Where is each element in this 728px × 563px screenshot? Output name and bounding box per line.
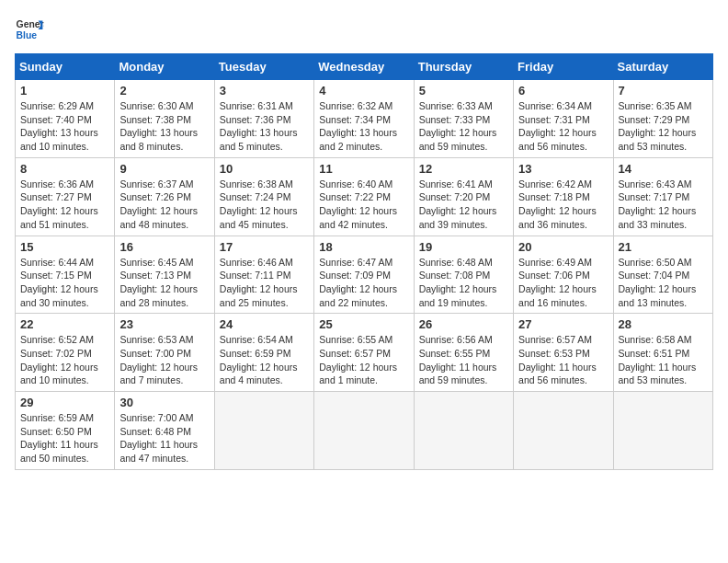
calendar-cell: 24Sunrise: 6:54 AM Sunset: 6:59 PM Dayli… bbox=[214, 314, 313, 392]
day-number: 18 bbox=[319, 240, 408, 254]
calendar-week-row: 29Sunrise: 6:59 AM Sunset: 6:50 PM Dayli… bbox=[16, 392, 713, 470]
calendar-cell: 4Sunrise: 6:32 AM Sunset: 7:34 PM Daylig… bbox=[314, 80, 414, 158]
calendar-cell bbox=[214, 392, 313, 470]
day-info: Sunrise: 6:29 AM Sunset: 7:40 PM Dayligh… bbox=[20, 99, 109, 154]
day-info: Sunrise: 6:41 AM Sunset: 7:20 PM Dayligh… bbox=[419, 178, 508, 232]
day-info: Sunrise: 6:44 AM Sunset: 7:15 PM Dayligh… bbox=[20, 256, 109, 310]
weekday-header-sunday: Sunday bbox=[16, 54, 115, 80]
calendar-cell: 27Sunrise: 6:57 AM Sunset: 6:53 PM Dayli… bbox=[514, 314, 613, 392]
day-info: Sunrise: 6:32 AM Sunset: 7:34 PM Dayligh… bbox=[319, 99, 408, 154]
calendar-week-row: 1Sunrise: 6:29 AM Sunset: 7:40 PM Daylig… bbox=[16, 80, 713, 158]
weekday-header-tuesday: Tuesday bbox=[214, 54, 313, 80]
day-number: 2 bbox=[119, 84, 209, 98]
day-number: 9 bbox=[119, 162, 209, 176]
calendar-week-row: 8Sunrise: 6:36 AM Sunset: 7:27 PM Daylig… bbox=[16, 157, 713, 236]
calendar-cell: 5Sunrise: 6:33 AM Sunset: 7:33 PM Daylig… bbox=[414, 80, 513, 158]
day-number: 12 bbox=[419, 162, 508, 176]
page-header: General Blue bbox=[15, 15, 713, 44]
day-info: Sunrise: 6:40 AM Sunset: 7:22 PM Dayligh… bbox=[319, 178, 408, 232]
day-info: Sunrise: 6:50 AM Sunset: 7:04 PM Dayligh… bbox=[619, 256, 708, 310]
day-info: Sunrise: 7:00 AM Sunset: 6:48 PM Dayligh… bbox=[119, 411, 209, 465]
day-info: Sunrise: 6:38 AM Sunset: 7:24 PM Dayligh… bbox=[220, 178, 309, 232]
calendar-cell: 3Sunrise: 6:31 AM Sunset: 7:36 PM Daylig… bbox=[214, 80, 313, 158]
day-info: Sunrise: 6:59 AM Sunset: 6:50 PM Dayligh… bbox=[20, 411, 109, 465]
calendar-cell: 11Sunrise: 6:40 AM Sunset: 7:22 PM Dayli… bbox=[314, 157, 414, 236]
day-number: 19 bbox=[419, 240, 508, 254]
calendar-cell bbox=[314, 392, 414, 470]
calendar-cell: 15Sunrise: 6:44 AM Sunset: 7:15 PM Dayli… bbox=[16, 236, 115, 314]
day-number: 25 bbox=[319, 317, 408, 331]
logo: General Blue bbox=[15, 15, 48, 44]
calendar-cell bbox=[613, 392, 712, 470]
day-info: Sunrise: 6:35 AM Sunset: 7:29 PM Dayligh… bbox=[619, 99, 708, 154]
calendar-cell bbox=[414, 392, 513, 470]
calendar-cell: 17Sunrise: 6:46 AM Sunset: 7:11 PM Dayli… bbox=[214, 236, 313, 314]
day-number: 8 bbox=[20, 162, 109, 176]
day-number: 23 bbox=[119, 317, 209, 331]
day-number: 27 bbox=[518, 317, 608, 331]
day-info: Sunrise: 6:37 AM Sunset: 7:26 PM Dayligh… bbox=[119, 178, 209, 232]
weekday-header-thursday: Thursday bbox=[414, 54, 513, 80]
calendar-cell: 23Sunrise: 6:53 AM Sunset: 7:00 PM Dayli… bbox=[115, 314, 214, 392]
day-info: Sunrise: 6:33 AM Sunset: 7:33 PM Dayligh… bbox=[419, 99, 508, 154]
calendar-cell: 25Sunrise: 6:55 AM Sunset: 6:57 PM Dayli… bbox=[314, 314, 414, 392]
day-number: 11 bbox=[319, 162, 408, 176]
day-number: 14 bbox=[619, 162, 708, 176]
day-info: Sunrise: 6:54 AM Sunset: 6:59 PM Dayligh… bbox=[220, 333, 309, 387]
calendar-cell: 18Sunrise: 6:47 AM Sunset: 7:09 PM Dayli… bbox=[314, 236, 414, 314]
day-info: Sunrise: 6:56 AM Sunset: 6:55 PM Dayligh… bbox=[419, 333, 508, 387]
calendar-cell: 28Sunrise: 6:58 AM Sunset: 6:51 PM Dayli… bbox=[613, 314, 712, 392]
calendar-cell: 30Sunrise: 7:00 AM Sunset: 6:48 PM Dayli… bbox=[115, 392, 214, 470]
logo-icon: General Blue bbox=[15, 15, 44, 44]
day-number: 30 bbox=[119, 396, 209, 409]
calendar-table: SundayMondayTuesdayWednesdayThursdayFrid… bbox=[15, 53, 713, 470]
weekday-header-friday: Friday bbox=[514, 54, 613, 80]
calendar-cell: 9Sunrise: 6:37 AM Sunset: 7:26 PM Daylig… bbox=[115, 157, 214, 236]
day-number: 5 bbox=[419, 84, 508, 98]
calendar-week-row: 22Sunrise: 6:52 AM Sunset: 7:02 PM Dayli… bbox=[16, 314, 713, 392]
calendar-cell: 7Sunrise: 6:35 AM Sunset: 7:29 PM Daylig… bbox=[613, 80, 712, 158]
day-info: Sunrise: 6:49 AM Sunset: 7:06 PM Dayligh… bbox=[518, 256, 608, 310]
calendar-cell bbox=[514, 392, 613, 470]
calendar-cell: 22Sunrise: 6:52 AM Sunset: 7:02 PM Dayli… bbox=[16, 314, 115, 392]
day-number: 4 bbox=[319, 84, 408, 98]
day-number: 21 bbox=[619, 240, 708, 254]
day-number: 28 bbox=[619, 317, 708, 331]
weekday-header-saturday: Saturday bbox=[613, 54, 712, 80]
calendar-week-row: 15Sunrise: 6:44 AM Sunset: 7:15 PM Dayli… bbox=[16, 236, 713, 314]
day-info: Sunrise: 6:58 AM Sunset: 6:51 PM Dayligh… bbox=[619, 333, 708, 387]
weekday-header-monday: Monday bbox=[115, 54, 214, 80]
day-info: Sunrise: 6:57 AM Sunset: 6:53 PM Dayligh… bbox=[518, 333, 608, 387]
day-number: 22 bbox=[20, 317, 109, 331]
day-number: 10 bbox=[220, 162, 309, 176]
calendar-cell: 6Sunrise: 6:34 AM Sunset: 7:31 PM Daylig… bbox=[514, 80, 613, 158]
calendar-cell: 8Sunrise: 6:36 AM Sunset: 7:27 PM Daylig… bbox=[16, 157, 115, 236]
day-number: 6 bbox=[518, 84, 608, 98]
calendar-cell: 26Sunrise: 6:56 AM Sunset: 6:55 PM Dayli… bbox=[414, 314, 513, 392]
calendar-cell: 13Sunrise: 6:42 AM Sunset: 7:18 PM Dayli… bbox=[514, 157, 613, 236]
calendar-cell: 14Sunrise: 6:43 AM Sunset: 7:17 PM Dayli… bbox=[613, 157, 712, 236]
day-number: 13 bbox=[518, 162, 608, 176]
day-info: Sunrise: 6:53 AM Sunset: 7:00 PM Dayligh… bbox=[119, 333, 209, 387]
calendar-cell: 20Sunrise: 6:49 AM Sunset: 7:06 PM Dayli… bbox=[514, 236, 613, 314]
day-info: Sunrise: 6:48 AM Sunset: 7:08 PM Dayligh… bbox=[419, 256, 508, 310]
calendar-cell: 19Sunrise: 6:48 AM Sunset: 7:08 PM Dayli… bbox=[414, 236, 513, 314]
day-number: 7 bbox=[619, 84, 708, 98]
day-number: 20 bbox=[518, 240, 608, 254]
day-info: Sunrise: 6:45 AM Sunset: 7:13 PM Dayligh… bbox=[119, 256, 209, 310]
svg-text:Blue: Blue bbox=[17, 30, 38, 40]
day-info: Sunrise: 6:43 AM Sunset: 7:17 PM Dayligh… bbox=[619, 178, 708, 232]
day-number: 26 bbox=[419, 317, 508, 331]
day-info: Sunrise: 6:31 AM Sunset: 7:36 PM Dayligh… bbox=[220, 99, 309, 154]
weekday-header-row: SundayMondayTuesdayWednesdayThursdayFrid… bbox=[16, 54, 713, 80]
calendar-cell: 16Sunrise: 6:45 AM Sunset: 7:13 PM Dayli… bbox=[115, 236, 214, 314]
calendar-cell: 21Sunrise: 6:50 AM Sunset: 7:04 PM Dayli… bbox=[613, 236, 712, 314]
day-info: Sunrise: 6:36 AM Sunset: 7:27 PM Dayligh… bbox=[20, 178, 109, 232]
day-info: Sunrise: 6:55 AM Sunset: 6:57 PM Dayligh… bbox=[319, 333, 408, 387]
calendar-cell: 10Sunrise: 6:38 AM Sunset: 7:24 PM Dayli… bbox=[214, 157, 313, 236]
day-info: Sunrise: 6:42 AM Sunset: 7:18 PM Dayligh… bbox=[518, 178, 608, 232]
calendar-cell: 1Sunrise: 6:29 AM Sunset: 7:40 PM Daylig… bbox=[16, 80, 115, 158]
day-number: 16 bbox=[119, 240, 209, 254]
calendar-cell: 12Sunrise: 6:41 AM Sunset: 7:20 PM Dayli… bbox=[414, 157, 513, 236]
day-info: Sunrise: 6:30 AM Sunset: 7:38 PM Dayligh… bbox=[119, 99, 209, 154]
